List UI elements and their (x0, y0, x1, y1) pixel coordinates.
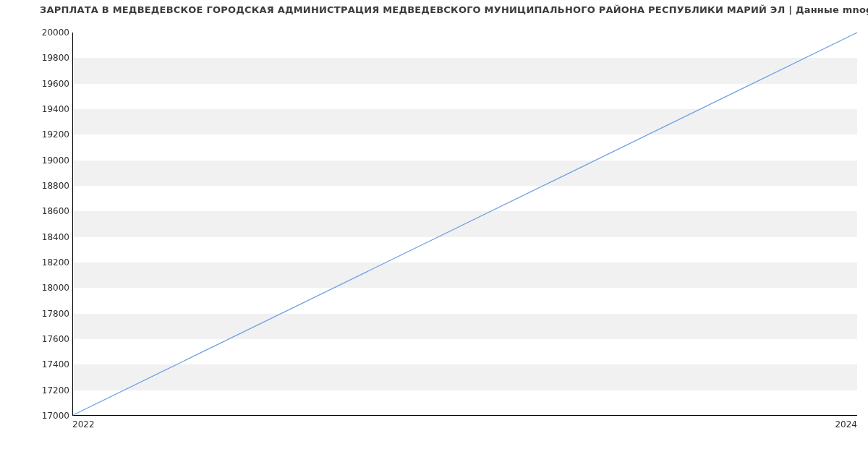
y-tick-label: 17000 (26, 411, 69, 421)
salary-line-chart: ЗАРПЛАТА В МЕДВЕДЕВСКОЕ ГОРОДСКАЯ АДМИНИ… (0, 0, 868, 470)
y-tick-label: 19200 (26, 129, 69, 140)
chart-title: ЗАРПЛАТА В МЕДВЕДЕВСКОЕ ГОРОДСКАЯ АДМИНИ… (40, 4, 868, 15)
y-tick-label: 17800 (26, 309, 69, 319)
y-tick-label: 19400 (26, 104, 69, 114)
y-tick-label: 18000 (26, 283, 69, 293)
y-tick-label: 20000 (26, 27, 69, 38)
x-tick-start: 2022 (72, 419, 95, 430)
y-tick-label: 17600 (26, 334, 69, 344)
y-tick-label: 18600 (26, 206, 69, 216)
y-tick-label: 17200 (26, 385, 69, 396)
plot-area (72, 33, 857, 416)
x-axis-ticks: 2022 2024 (72, 419, 857, 432)
y-tick-label: 18800 (26, 181, 69, 191)
y-tick-label: 17400 (26, 359, 69, 369)
y-tick-label: 19000 (26, 155, 69, 166)
y-tick-label: 18400 (26, 232, 69, 242)
y-tick-label: 19800 (26, 53, 69, 63)
y-tick-label: 18200 (26, 257, 69, 268)
y-tick-label: 19600 (26, 79, 69, 89)
series-line-layer (73, 33, 857, 415)
series-line (73, 33, 857, 415)
x-tick-end: 2024 (835, 419, 857, 430)
